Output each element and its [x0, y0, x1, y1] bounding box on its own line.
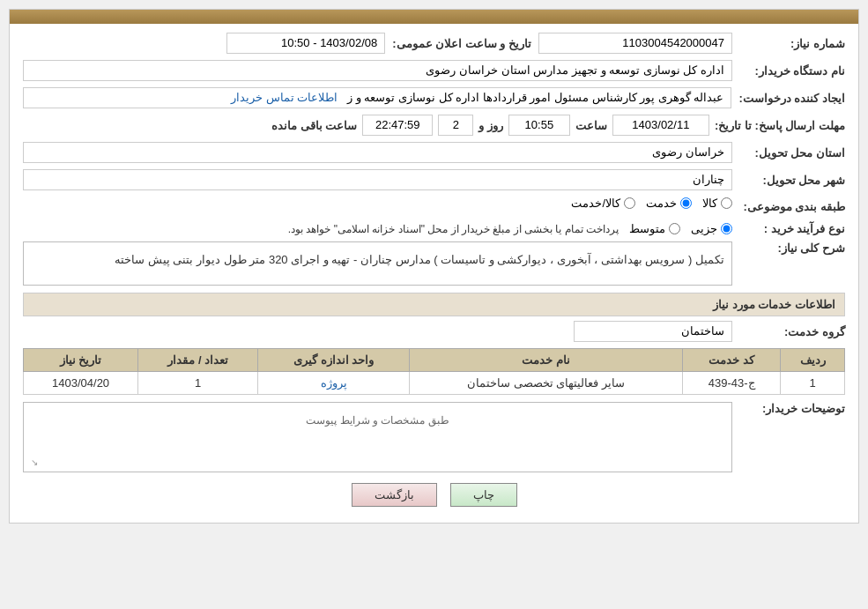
buyer-name-value: اداره کل نوسازی توسعه و تجهیز مدارس استا… — [23, 60, 732, 81]
category-khedmat-input[interactable] — [680, 197, 692, 209]
category-kala-label: کالا — [702, 197, 717, 210]
col-service-name: نام خدمت — [409, 349, 682, 372]
deadline-remaining-label: ساعت باقی مانده — [271, 119, 357, 132]
purchase-type-motavaset-input[interactable] — [669, 223, 680, 234]
buyer-desc-text: طبق مشخصات و شرایط پیوست — [28, 407, 727, 434]
deadline-day-label: روز و — [479, 119, 503, 132]
services-table: ردیف کد خدمت نام خدمت واحد اندازه گیری ت… — [23, 348, 845, 395]
cell-service-name: سایر فعالیتهای تخصصی ساختمان — [409, 372, 682, 395]
resize-handle[interactable]: ↘ — [26, 457, 38, 470]
col-service-code: کد خدمت — [683, 349, 781, 372]
purchase-type-motavaset-radio[interactable]: متوسط — [629, 222, 680, 235]
deadline-remaining: 22:47:59 — [362, 115, 433, 136]
cell-row-num: 1 — [781, 372, 845, 395]
need-number-value: 1103004542000047 — [538, 33, 732, 54]
deadline-time-label: ساعت — [575, 119, 607, 132]
creator-value: عبداله گوهری پور کارشناس مسئول امور قرار… — [23, 87, 731, 108]
col-row-num: ردیف — [781, 349, 845, 372]
announcement-date-value: 1403/02/08 - 10:50 — [226, 33, 385, 54]
category-khedmat-label: خدمت — [646, 197, 677, 210]
cell-unit[interactable]: پروژه — [258, 372, 410, 395]
need-desc-label: شرح کلی نیاز: — [739, 241, 845, 255]
print-button[interactable]: چاپ — [450, 483, 517, 507]
service-group-label: گروه خدمت: — [739, 325, 845, 338]
services-section-header: اطلاعات خدمات مورد نیاز — [23, 293, 845, 316]
service-group-value: ساختمان — [574, 321, 732, 342]
buyer-desc-box: طبق مشخصات و شرایط پیوست ↘ — [23, 402, 732, 472]
col-quantity: تعداد / مقدار — [138, 349, 258, 372]
cell-quantity: 1 — [138, 372, 258, 395]
creator-label: ایجاد کننده درخواست: — [738, 92, 845, 105]
deadline-days: 2 — [438, 115, 473, 136]
buyer-name-label: نام دستگاه خریدار: — [739, 64, 845, 78]
city-label: شهر محل تحویل: — [739, 174, 845, 187]
purchase-type-label: نوع فرآیند خرید : — [739, 222, 845, 235]
cell-service-code: ج-43-439 — [683, 372, 781, 395]
table-row: 1 ج-43-439 سایر فعالیتهای تخصصی ساختمان … — [24, 372, 845, 395]
need-number-label: شماره نیاز: — [739, 37, 845, 50]
purchase-type-jozi-label: جزیی — [691, 222, 717, 235]
province-label: استان محل تحویل: — [739, 146, 845, 160]
deadline-date: 1403/02/11 — [612, 115, 709, 136]
col-unit: واحد اندازه گیری — [258, 349, 410, 372]
category-khedmat-radio[interactable]: خدمت — [646, 197, 692, 210]
deadline-time: 10:55 — [508, 115, 570, 136]
back-button[interactable]: بازگشت — [352, 483, 437, 507]
page-title — [10, 10, 858, 24]
purchase-type-note: پرداخت تمام یا بخشی از مبلغ خریدار از مح… — [288, 223, 619, 235]
category-kala-input[interactable] — [721, 197, 732, 209]
category-label: طبقه بندی موضوعی: — [739, 200, 845, 213]
purchase-type-jozi-input[interactable] — [721, 223, 732, 234]
category-kala-radio[interactable]: کالا — [702, 197, 732, 210]
category-kala-khedmat-label: کالا/خدمت — [571, 197, 620, 210]
category-kala-khedmat-radio[interactable]: کالا/خدمت — [571, 197, 635, 210]
purchase-type-jozi-radio[interactable]: جزیی — [691, 222, 732, 235]
cell-date-needed: 1403/04/20 — [24, 372, 138, 395]
city-value: چناران — [23, 169, 732, 190]
buyer-desc-label: توضیحات خریدار: — [739, 402, 845, 415]
need-desc-value: تکمیل ( سرویس بهداشتی ، آبخوری ، دیوارکش… — [23, 241, 732, 286]
purchase-type-motavaset-label: متوسط — [629, 222, 665, 235]
province-value: خراسان رضوی — [23, 142, 732, 163]
deadline-label: مهلت ارسال پاسخ: تا تاریخ: — [715, 119, 845, 132]
col-date-needed: تاریخ نیاز — [24, 349, 138, 372]
category-kala-khedmat-input[interactable] — [624, 197, 635, 209]
announcement-date-label: تاریخ و ساعت اعلان عمومی: — [392, 37, 531, 50]
creator-contact-link[interactable]: اطلاعات تماس خریدار — [231, 91, 338, 104]
